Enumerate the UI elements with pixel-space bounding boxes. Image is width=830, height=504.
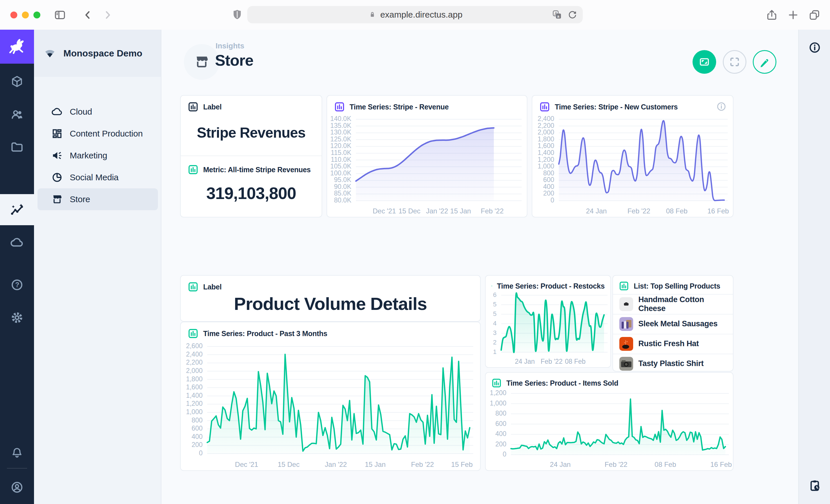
- svg-text:140.0K: 140.0K: [330, 115, 352, 123]
- panel-header: Time Series: Stripe - Revenue: [327, 96, 527, 116]
- svg-text:1,000: 1,000: [490, 399, 506, 407]
- folder-icon: [10, 140, 24, 154]
- svg-text:110.0K: 110.0K: [331, 156, 352, 163]
- cube-icon: [10, 75, 24, 88]
- minimize-window-button[interactable]: [22, 11, 29, 19]
- svg-text:2,200: 2,200: [538, 122, 554, 129]
- list-item[interactable]: Tasty Plastic Shirt: [613, 354, 733, 373]
- close-window-button[interactable]: [10, 11, 17, 19]
- panel-stripe-label: Label Stripe Revenues Metric: All-time S…: [180, 95, 322, 217]
- list-item[interactable]: Rustic Fresh Hat: [613, 334, 733, 353]
- module-settings[interactable]: [0, 302, 34, 333]
- module-help[interactable]: ?: [0, 269, 34, 300]
- panel-product-label: Label Product Volume Details: [180, 275, 481, 322]
- svg-text:1,200: 1,200: [538, 156, 554, 163]
- svg-text:105.0K: 105.0K: [330, 162, 352, 170]
- svg-text:600: 600: [496, 420, 506, 427]
- svg-text:1,600: 1,600: [186, 383, 202, 391]
- panel-header: Time Series: Product - Restocks: [486, 276, 610, 294]
- svg-text:1,000: 1,000: [538, 162, 554, 170]
- svg-text:6: 6: [493, 292, 497, 298]
- svg-text:200: 200: [192, 441, 202, 448]
- module-content[interactable]: [0, 66, 34, 97]
- svg-text:08 Feb: 08 Feb: [565, 358, 585, 365]
- sidebar-item-marketing[interactable]: Marketing: [37, 144, 158, 166]
- tab-overview-icon[interactable]: [808, 9, 821, 21]
- svg-text:16 Feb: 16 Feb: [710, 461, 732, 468]
- svg-text:15 Dec: 15 Dec: [398, 207, 420, 215]
- module-files[interactable]: [0, 132, 34, 163]
- pie-chart-icon: [51, 172, 63, 183]
- new-tab-icon[interactable]: [787, 9, 799, 21]
- panel-title: Time Series: Stripe - New Customers: [555, 103, 678, 111]
- sidebar-toggle-icon[interactable]: [54, 9, 66, 21]
- address-bar[interactable]: example.directus.app Aa: [247, 6, 583, 23]
- storefront-icon: [194, 54, 210, 70]
- directus-logo[interactable]: [0, 30, 34, 64]
- product-thumbnail: [619, 357, 633, 371]
- svg-text:24 Jan: 24 Jan: [550, 461, 571, 468]
- module-users[interactable]: [0, 99, 34, 130]
- project-name: Monospace Demo: [63, 48, 142, 59]
- panel-title: Label: [203, 283, 222, 291]
- translate-icon[interactable]: Aa: [552, 9, 563, 20]
- chart-panel-icon: [334, 101, 345, 112]
- chart-panel-icon: [491, 281, 492, 291]
- notifications-button[interactable]: [0, 437, 34, 468]
- svg-text:15 Feb: 15 Feb: [451, 461, 473, 468]
- zoom-window-button[interactable]: [33, 11, 40, 19]
- svg-text:800: 800: [543, 169, 554, 177]
- fullscreen-button[interactable]: [723, 50, 746, 74]
- breadcrumb[interactable]: Insights: [216, 41, 245, 51]
- project-switcher[interactable]: Monospace Demo: [34, 30, 161, 77]
- svg-text:4: 4: [493, 320, 497, 327]
- sidebar-item-social-media[interactable]: Social Media: [37, 166, 158, 188]
- svg-text:3: 3: [493, 329, 497, 336]
- url-text: example.directus.app: [380, 10, 462, 20]
- panel-info-icon[interactable]: [716, 101, 727, 112]
- chart-panel-icon: [188, 164, 198, 175]
- edit-dashboard-button[interactable]: [753, 50, 776, 74]
- product-name: Rustic Fresh Hat: [638, 339, 699, 348]
- svg-text:135.0K: 135.0K: [330, 122, 352, 129]
- product-name: Tasty Plastic Shirt: [638, 359, 703, 368]
- storefront-icon: [51, 194, 63, 205]
- panel-stripe-new-customers: Time Series: Stripe - New Customers 2,40…: [532, 95, 733, 217]
- panel-top-selling-products: List: Top Selling Products Handmade Cott…: [612, 275, 733, 372]
- revenue-chart: 140.0K135.0K130.0K125.0K120.0K115.0K110.…: [327, 114, 527, 217]
- account-button[interactable]: [0, 472, 34, 503]
- svg-text:Feb '22: Feb '22: [481, 207, 504, 215]
- svg-text:400: 400: [192, 433, 202, 440]
- svg-text:600: 600: [192, 425, 202, 432]
- module-insights[interactable]: [0, 194, 34, 225]
- chart-panel-icon: [539, 101, 550, 112]
- list-item[interactable]: Handmade Cotton Cheese: [613, 294, 733, 313]
- sidebar-item-store[interactable]: Store: [37, 188, 158, 210]
- forward-button[interactable]: [101, 9, 114, 21]
- insights-icon: [10, 203, 24, 216]
- info-icon: [716, 101, 727, 112]
- browser-toolbar: example.directus.app Aa: [0, 0, 830, 30]
- back-button[interactable]: [81, 9, 94, 21]
- zoom-to-fit-button[interactable]: [693, 50, 716, 74]
- svg-text:Jan '22: Jan '22: [325, 461, 347, 468]
- svg-text:125.0K: 125.0K: [330, 135, 352, 143]
- svg-text:800: 800: [496, 409, 506, 417]
- svg-text:Feb '22: Feb '22: [605, 461, 628, 468]
- svg-text:2,200: 2,200: [186, 359, 202, 366]
- reload-icon[interactable]: [567, 9, 578, 20]
- activity-log-button[interactable]: [808, 479, 821, 492]
- share-icon[interactable]: [765, 9, 778, 21]
- items-sold-chart: 1,2001,000800600400200024 JanFeb '2208 F…: [486, 390, 733, 470]
- svg-text:0: 0: [503, 450, 506, 458]
- list-item[interactable]: Sleek Metal Sausages: [613, 314, 733, 333]
- sidebar-item-content-production[interactable]: Content Production: [37, 123, 158, 144]
- sidebar-item-cloud[interactable]: Cloud: [37, 101, 158, 123]
- dashboard-icon: [51, 128, 63, 139]
- shield-icon[interactable]: [230, 8, 244, 21]
- module-cloud[interactable]: [0, 227, 34, 258]
- info-sidebar-button[interactable]: [808, 41, 821, 54]
- chart-panel-icon: [619, 281, 629, 291]
- panel-header: Metric: All-time Stripe Revenues: [181, 158, 318, 179]
- svg-text:85.0K: 85.0K: [334, 190, 352, 197]
